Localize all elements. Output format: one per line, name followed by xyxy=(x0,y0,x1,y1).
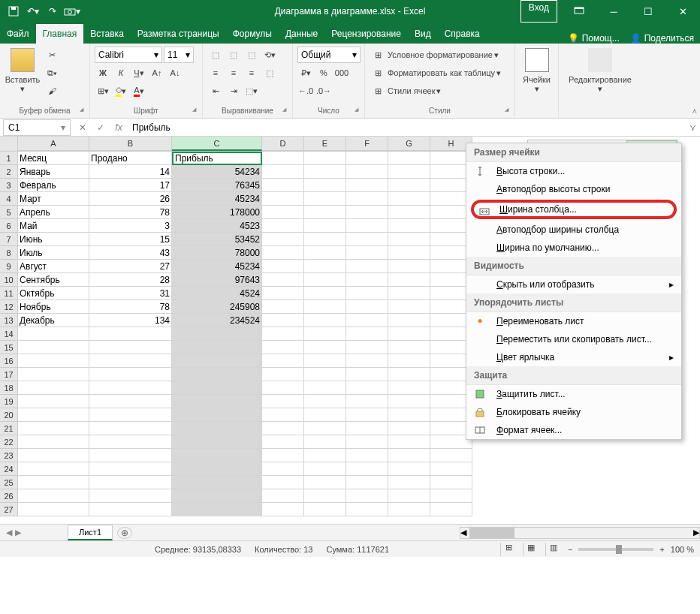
align-bottom-button[interactable]: ⬚ xyxy=(243,47,260,63)
cell[interactable] xyxy=(262,152,304,165)
cell[interactable] xyxy=(346,219,388,233)
cell[interactable] xyxy=(172,395,262,408)
cell[interactable] xyxy=(172,422,262,435)
cell[interactable] xyxy=(262,219,304,233)
cell[interactable] xyxy=(430,503,472,516)
row-header-17[interactable]: 17 xyxy=(0,368,18,381)
cell[interactable] xyxy=(172,327,262,341)
cell[interactable] xyxy=(262,287,304,300)
cell[interactable] xyxy=(346,476,388,489)
redo-button[interactable]: ↷ xyxy=(44,2,62,21)
tab-разметка страницы[interactable]: Разметка страницы xyxy=(131,24,226,44)
cell[interactable]: Июнь xyxy=(18,233,89,246)
cell[interactable]: 53452 xyxy=(172,233,262,246)
row-header-8[interactable]: 8 xyxy=(0,246,18,260)
cell[interactable]: 26 xyxy=(89,192,172,206)
cell[interactable] xyxy=(346,165,388,179)
cell[interactable]: 31 xyxy=(89,287,172,300)
cell[interactable]: 4524 xyxy=(172,287,262,300)
cell[interactable] xyxy=(346,489,388,503)
cell[interactable] xyxy=(388,435,430,449)
cell[interactable] xyxy=(262,435,304,449)
cell[interactable] xyxy=(262,503,304,516)
cell[interactable] xyxy=(346,408,388,422)
menu-item[interactable]: Формат ячеек... xyxy=(466,421,681,439)
bold-button[interactable]: Ж xyxy=(95,65,111,81)
cell[interactable]: 78 xyxy=(89,206,172,219)
expand-formula-button[interactable]: ⋎ xyxy=(689,122,700,133)
row-header-27[interactable]: 27 xyxy=(0,503,18,516)
cell[interactable] xyxy=(346,341,388,354)
cell[interactable] xyxy=(388,368,430,381)
cell[interactable] xyxy=(304,192,346,206)
tab-данные[interactable]: Данные xyxy=(279,24,324,44)
align-right-button[interactable]: ≡ xyxy=(243,65,260,81)
cell[interactable] xyxy=(18,503,89,516)
cell[interactable] xyxy=(262,314,304,327)
cell[interactable] xyxy=(262,206,304,219)
undo-button[interactable]: ↶▾ xyxy=(24,2,42,21)
cell[interactable] xyxy=(262,341,304,354)
cell[interactable] xyxy=(304,368,346,381)
cell[interactable] xyxy=(262,273,304,287)
cell[interactable] xyxy=(346,503,388,516)
cell[interactable]: 76345 xyxy=(172,179,262,192)
row-header-16[interactable]: 16 xyxy=(0,354,18,368)
cell[interactable] xyxy=(18,381,89,395)
menu-item[interactable]: Цвет ярлычка▸ xyxy=(466,348,681,366)
row-header-1[interactable]: 1 xyxy=(0,152,18,165)
row-header-5[interactable]: 5 xyxy=(0,206,18,219)
horizontal-scrollbar[interactable]: ◀▶ xyxy=(460,527,700,539)
cell[interactable] xyxy=(304,422,346,435)
cell[interactable]: 178000 xyxy=(172,206,262,219)
cell[interactable]: Май xyxy=(18,219,89,233)
cell[interactable] xyxy=(304,476,346,489)
cell[interactable] xyxy=(388,395,430,408)
cell[interactable]: 17 xyxy=(89,179,172,192)
cell[interactable] xyxy=(89,327,172,341)
row-header-26[interactable]: 26 xyxy=(0,489,18,503)
cell[interactable] xyxy=(388,476,430,489)
add-sheet-button[interactable]: ⊕ xyxy=(117,527,132,539)
cell[interactable] xyxy=(388,287,430,300)
col-header-B[interactable]: B xyxy=(89,137,172,151)
menu-item[interactable]: Защитить лист... xyxy=(466,385,681,403)
cell[interactable] xyxy=(89,476,172,489)
cell[interactable]: 134 xyxy=(89,314,172,327)
cell[interactable]: Июль xyxy=(18,246,89,260)
cell[interactable]: 3 xyxy=(89,219,172,233)
cell[interactable] xyxy=(304,395,346,408)
menu-item[interactable]: Автоподбор ширины столбца xyxy=(466,221,681,239)
cell[interactable] xyxy=(346,300,388,314)
page-layout-view-button[interactable]: ▦ xyxy=(523,543,539,556)
cell[interactable] xyxy=(346,435,388,449)
fx-button[interactable]: fx xyxy=(110,122,128,133)
cell[interactable] xyxy=(346,462,388,476)
cell[interactable] xyxy=(346,152,388,165)
cell[interactable] xyxy=(262,192,304,206)
cell[interactable] xyxy=(346,314,388,327)
cell[interactable] xyxy=(346,449,388,462)
sheet-tab[interactable]: Лист1 xyxy=(68,525,113,540)
menu-item[interactable]: Автоподбор высоты строки xyxy=(466,180,681,198)
signin-button[interactable]: Вход xyxy=(520,0,557,23)
row-header-18[interactable]: 18 xyxy=(0,381,18,395)
comma-button[interactable]: 000 xyxy=(333,65,350,81)
cell[interactable] xyxy=(89,422,172,435)
number-format-combo[interactable]: Общий▾ xyxy=(297,47,361,63)
cell[interactable] xyxy=(304,503,346,516)
minimize-button[interactable]: ─ xyxy=(596,0,631,23)
cell[interactable] xyxy=(304,206,346,219)
cell[interactable] xyxy=(262,476,304,489)
cell[interactable] xyxy=(172,503,262,516)
cell[interactable] xyxy=(388,233,430,246)
cell[interactable] xyxy=(388,206,430,219)
cell[interactable] xyxy=(388,503,430,516)
cell[interactable]: 97643 xyxy=(172,273,262,287)
cell[interactable]: 78 xyxy=(89,300,172,314)
tell-me-button[interactable]: 💡Помощ... xyxy=(568,33,620,44)
col-header-E[interactable]: E xyxy=(304,137,346,151)
cell[interactable] xyxy=(346,179,388,192)
cell[interactable] xyxy=(304,246,346,260)
cell[interactable] xyxy=(304,354,346,368)
